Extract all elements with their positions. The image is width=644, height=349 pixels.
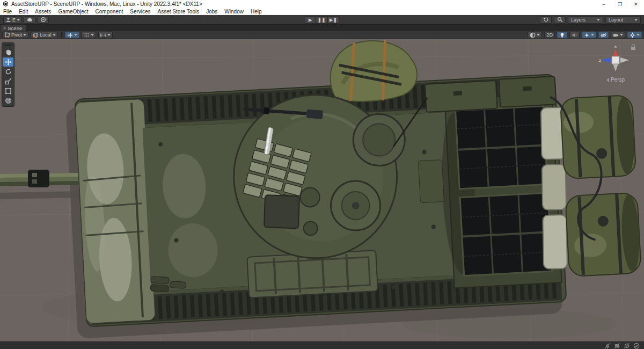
tab-menu-icon[interactable]: ≡ — [3, 25, 5, 31]
menu-gameobject[interactable]: GameObject — [58, 9, 88, 14]
menu-file[interactable]: File — [3, 9, 12, 14]
menu-component[interactable]: Component — [96, 9, 123, 14]
gizmo-axis-right[interactable] — [620, 57, 629, 63]
account-icon — [5, 17, 11, 23]
menu-help[interactable]: Help — [251, 9, 262, 14]
gizmos-icon — [630, 32, 635, 38]
transform-tool[interactable] — [3, 96, 13, 105]
layers-dropdown[interactable]: Layers — [568, 16, 603, 24]
snap-align-icon — [100, 32, 106, 38]
cache-server-disconnected-icon[interactable] — [624, 343, 630, 349]
local-toggle[interactable]: Local — [31, 32, 58, 38]
camera-settings-dropdown[interactable] — [611, 32, 625, 38]
step-button[interactable]: ▶❚ — [327, 16, 339, 24]
local-label: Local — [40, 32, 52, 38]
menu-edit[interactable]: Edit — [19, 9, 28, 14]
console-muted-icon[interactable] — [614, 343, 620, 349]
svg-text:x: x — [614, 44, 617, 49]
equipment-box — [264, 195, 299, 228]
scene-lighting-toggle[interactable] — [557, 32, 567, 38]
scene-tab-label: Scene — [8, 25, 22, 31]
pivot-label: Pivot — [11, 32, 22, 38]
chevron-down-icon — [17, 19, 20, 21]
grid-snapping-toggle[interactable] — [65, 32, 79, 38]
gear-icon — [40, 17, 46, 23]
overlay-drag-handle[interactable] — [4, 44, 12, 46]
close-button[interactable]: ✕ — [628, 0, 644, 8]
chevron-down-icon — [620, 34, 623, 36]
menu-window[interactable]: Window — [224, 9, 244, 14]
audio-toggle[interactable] — [569, 32, 580, 38]
pivot-icon — [4, 32, 10, 38]
chevron-down-icon — [537, 34, 540, 36]
separator — [61, 32, 62, 38]
view-hand-tool[interactable] — [3, 48, 13, 57]
chevron-down-icon — [23, 34, 26, 36]
layout-dropdown[interactable]: Layout — [605, 16, 641, 24]
projection-toggle[interactable]: Persp — [606, 77, 625, 83]
engine-grille-bottom — [460, 193, 552, 275]
rect-tool[interactable] — [3, 86, 13, 96]
dock-tab-bar: ≡ Scene — [0, 25, 644, 31]
chevron-down-icon — [634, 19, 638, 21]
cloud-button[interactable] — [24, 16, 35, 24]
history-icon — [543, 17, 549, 23]
services-button[interactable] — [37, 16, 49, 24]
gizmo-x-axis[interactable]: x — [613, 44, 618, 57]
tab-scene[interactable]: ≡ Scene — [1, 25, 26, 31]
play-controls: ▶ ❚❚ ▶❚ — [305, 16, 340, 24]
move-tool[interactable] — [3, 57, 13, 67]
chevron-down-icon — [636, 34, 640, 36]
gizmos-dropdown[interactable] — [627, 32, 642, 38]
layout-label: Layout — [609, 17, 623, 23]
scale-tool[interactable] — [3, 77, 13, 86]
undo-history-button[interactable] — [540, 16, 552, 24]
draw-mode-dropdown[interactable] — [528, 32, 542, 38]
menu-asset-store-tools[interactable]: Asset Store Tools — [158, 9, 200, 14]
transform-icon — [5, 97, 12, 104]
cloud-icon — [27, 17, 33, 23]
bell-muted-icon[interactable] — [604, 343, 611, 349]
rotate-tool[interactable] — [3, 67, 13, 76]
persp-arrow-icon — [606, 78, 609, 82]
background-tasks-complete-icon[interactable] — [633, 343, 640, 349]
scene-visibility-toggle[interactable] — [598, 32, 609, 38]
scene-viewport[interactable]: x z Persp — [0, 39, 644, 341]
lock-icon[interactable] — [631, 45, 635, 50]
tank-model[interactable] — [0, 39, 642, 327]
chevron-down-icon — [591, 34, 594, 36]
bore-evacuator-ring — [28, 170, 49, 187]
chevron-down-icon — [597, 19, 600, 21]
gizmo-axis-down[interactable] — [613, 64, 618, 71]
search-button[interactable] — [554, 16, 566, 24]
chevron-down-icon — [74, 34, 77, 36]
snap-settings-button[interactable] — [98, 32, 113, 38]
scene-render — [0, 39, 644, 341]
shaded-sphere-icon — [530, 32, 536, 38]
eye-hidden-icon — [601, 32, 606, 38]
menu-bar: File Edit Assets GameObject Component Se… — [0, 8, 644, 15]
local-globe-icon — [33, 32, 39, 38]
grid-snap-icon — [67, 32, 73, 38]
2d-label: 2D — [546, 32, 553, 38]
2d-toggle[interactable]: 2D — [544, 32, 555, 38]
chevron-down-icon — [91, 34, 94, 36]
speaker-icon — [572, 32, 577, 38]
gizmo-center-cube[interactable] — [612, 56, 619, 64]
pause-button[interactable]: ❚❚ — [316, 16, 327, 24]
menu-assets[interactable]: Assets — [35, 9, 51, 14]
canvas-bundle — [328, 39, 418, 103]
effects-star-icon — [584, 32, 590, 38]
menu-jobs[interactable]: Jobs — [206, 9, 217, 14]
account-label: E — [12, 17, 16, 23]
title-bar: AssetStoreURP - SceneURP - Windows, Mac,… — [0, 0, 644, 8]
pivot-toggle[interactable]: Pivot — [2, 32, 28, 38]
effects-dropdown[interactable] — [582, 32, 596, 38]
menu-services[interactable]: Services — [130, 9, 150, 14]
maximize-button[interactable]: ❐ — [612, 0, 628, 8]
account-button[interactable]: E — [3, 16, 22, 24]
play-button[interactable]: ▶ — [305, 16, 316, 24]
gizmo-z-axis[interactable]: z — [599, 57, 611, 63]
minimize-button[interactable]: – — [596, 0, 612, 8]
increment-snap-toggle[interactable] — [82, 32, 96, 38]
